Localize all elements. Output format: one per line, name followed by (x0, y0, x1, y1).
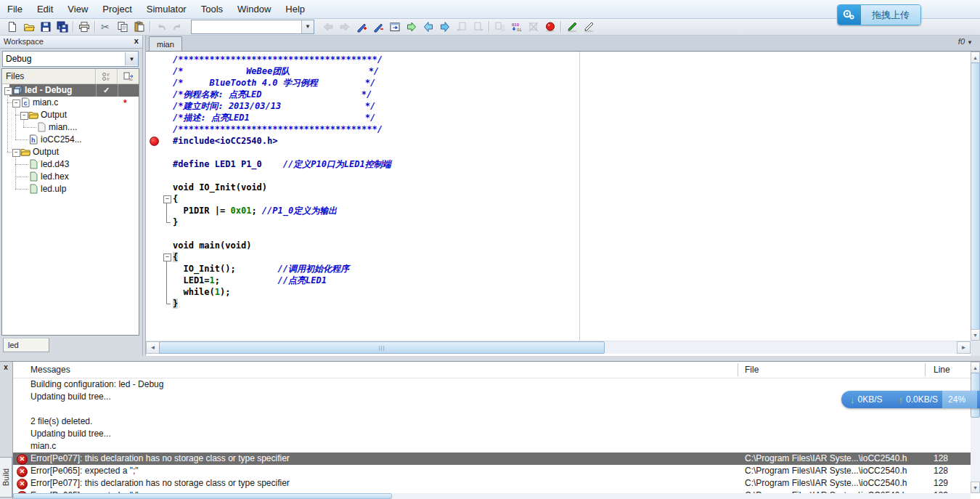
tree-item-output[interactable]: −Output (2, 109, 139, 121)
code-line[interactable]: −{ (146, 193, 971, 205)
configuration-select[interactable]: Debug ▼ (2, 51, 139, 67)
code-line[interactable]: /**************************************/ (146, 54, 971, 65)
code-line[interactable]: void main(void) (146, 240, 971, 251)
editor-tab-mian[interactable]: mian (149, 36, 182, 51)
breakpoint-gutter[interactable] (146, 65, 162, 77)
code-line[interactable] (146, 228, 971, 240)
save-all-button[interactable] (54, 20, 70, 34)
breakpoint-gutter[interactable] (146, 205, 162, 216)
breakpoint-gutter[interactable] (146, 216, 162, 228)
tree-item-mian-c[interactable]: −cmian.c* (2, 97, 139, 109)
breakpoint-gutter[interactable] (146, 54, 162, 65)
build-log-row[interactable]: 2 file(s) deleted. (13, 415, 971, 428)
code-line[interactable]: #include<ioCC2540.h> (146, 135, 971, 147)
breakpoint-gutter[interactable] (146, 158, 162, 170)
workspace-tab-led[interactable]: led (3, 338, 49, 352)
code-line[interactable]: P1DIR |= 0x01; //P1_0定义为输出 (146, 205, 971, 216)
paste-button[interactable] (131, 20, 147, 34)
breakpoint-gutter[interactable] (146, 77, 162, 89)
watch-window-button[interactable] (386, 20, 403, 34)
menu-edit[interactable]: Edit (30, 4, 60, 15)
editor-vertical-scrollbar[interactable]: ▲ ▼ (971, 52, 980, 341)
build-log-row[interactable]: Updating build tree... (13, 428, 971, 440)
tree-item-output[interactable]: −Output (2, 146, 139, 158)
editor-vscroll-thumb[interactable] (971, 62, 980, 330)
code-line[interactable]: /*建立时间: 2013/03/13 */ (146, 100, 971, 112)
editor-hscroll-thumb[interactable]: ||| (159, 341, 605, 354)
breakpoint-marker[interactable] (150, 137, 159, 146)
tree-expand-icon[interactable]: − (4, 87, 12, 95)
files-header-label[interactable]: Files (2, 69, 96, 84)
build-tab[interactable]: Build (0, 457, 12, 498)
tree-item-led-debug[interactable]: −led - Debug✓ (2, 84, 139, 97)
build-log-row[interactable]: Updating build tree... (13, 391, 971, 403)
breakpoint-gutter[interactable] (146, 286, 162, 298)
breakpoint-gutter[interactable] (146, 135, 162, 147)
build-error-row[interactable]: ✕Error[Pe077]: this declaration has no s… (13, 453, 971, 465)
save-button[interactable] (37, 20, 54, 34)
code-line[interactable]: while(1); (146, 286, 971, 298)
tree-item-led-d43[interactable]: led.d43 (2, 158, 139, 171)
function-selector[interactable]: f0 ▼ (958, 37, 973, 46)
editor-horizontal-scrollbar[interactable]: ◄ ||| ► (146, 341, 971, 354)
open-folder-button[interactable] (20, 20, 37, 34)
tree-expand-icon[interactable]: − (12, 100, 20, 107)
build-log-row[interactable]: mian.c (13, 440, 971, 453)
scroll-down-icon[interactable]: ▼ (971, 329, 980, 341)
upload-button[interactable]: 拖拽上传 (837, 4, 921, 25)
download-flash-button[interactable]: 01001 (508, 20, 525, 34)
breakpoint-gutter[interactable] (146, 193, 162, 205)
messages-hscroll-thumb[interactable] (13, 493, 392, 499)
debug-without-download-button[interactable] (580, 20, 597, 34)
toolbar-search-combobox[interactable]: ▼ (191, 20, 314, 34)
make-button[interactable] (403, 20, 420, 34)
scroll-down-icon[interactable]: ▼ (971, 482, 980, 493)
chevron-down-icon[interactable]: ▼ (125, 52, 138, 65)
menu-tools[interactable]: Tools (194, 4, 230, 15)
code-line[interactable]: /* BlueTooth 4.0 学习例程 */ (146, 77, 971, 89)
build-error-row[interactable]: ✕Error[Pe065]: expected a ";"C:\Program … (13, 465, 971, 477)
print-button[interactable] (75, 20, 92, 34)
code-line[interactable]: void IO_Init(void) (146, 182, 971, 193)
tree-item-iocc254-[interactable]: hioCC254... (2, 134, 139, 146)
code-line[interactable]: LED1=1; //点亮LED1 (146, 275, 971, 286)
menu-file[interactable]: File (0, 4, 30, 15)
cut-button[interactable]: ✂ (97, 20, 114, 34)
menu-view[interactable]: View (60, 4, 95, 15)
code-line[interactable]: /*描述: 点亮LED1 */ (146, 112, 971, 123)
breakpoint-gutter[interactable] (146, 89, 162, 100)
code-line[interactable]: /*例程名称: 点亮LED */ (146, 89, 971, 100)
code-line[interactable]: } (146, 298, 971, 309)
tree-item-led-ulp[interactable]: led.ulp (2, 183, 139, 195)
build-error-row[interactable]: ✕Error[Pe077]: this declaration has no s… (13, 477, 971, 490)
net-speed-overlay[interactable]: ↓ 0KB/S ↑ 0.0KB/S 24% (841, 391, 980, 408)
scroll-left-icon[interactable]: ◄ (146, 341, 160, 354)
prev-message-button[interactable] (420, 20, 436, 34)
code-line[interactable]: IO_Init(); //调用初始化程序 (146, 263, 971, 275)
breakpoint-gutter[interactable] (146, 275, 162, 286)
code-line[interactable] (146, 147, 971, 158)
code-line[interactable]: /**************************************/ (146, 123, 971, 135)
code-line[interactable] (146, 170, 971, 182)
chevron-down-icon[interactable]: ▼ (301, 20, 314, 33)
debug-button[interactable] (563, 20, 580, 34)
code-line[interactable]: #define LED1 P1_0 //定义P10口为LED1控制端 (146, 158, 971, 170)
breakpoint-gutter[interactable] (146, 298, 162, 309)
fold-column[interactable]: − (162, 193, 173, 205)
bookmark-add-button[interactable] (353, 20, 369, 34)
next-message-button[interactable] (436, 20, 453, 34)
copy-button[interactable] (114, 20, 131, 34)
build-log-row[interactable]: Building configuration: led - Debug (13, 378, 971, 391)
scroll-up-icon[interactable]: ▲ (971, 52, 980, 63)
fold-collapse-icon[interactable]: − (163, 195, 171, 203)
menu-simulator[interactable]: Simulator (139, 4, 194, 15)
build-panel-close-icon[interactable]: x (1, 364, 10, 373)
column-line[interactable]: Line (934, 365, 950, 375)
breakpoint-gutter[interactable] (146, 170, 162, 182)
build-log-row[interactable] (13, 403, 971, 415)
workspace-close-icon[interactable]: x (134, 37, 139, 46)
column-messages[interactable]: Messages (30, 365, 70, 375)
tree-expand-icon[interactable]: − (20, 112, 28, 120)
breakpoint-gutter[interactable] (146, 147, 162, 158)
code-line[interactable]: −{ (146, 251, 971, 263)
